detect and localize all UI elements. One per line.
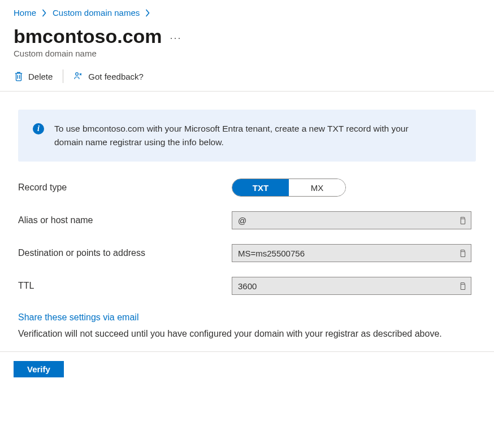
svg-point-0	[76, 73, 79, 76]
destination-value: MS=ms25500756	[232, 249, 454, 258]
copy-alias-button[interactable]	[454, 212, 471, 229]
more-actions-button[interactable]: ···	[170, 29, 182, 44]
alias-field: @	[232, 211, 471, 229]
verify-button[interactable]: Verify	[14, 361, 64, 377]
copy-destination-button[interactable]	[454, 245, 471, 262]
footer-divider	[0, 351, 494, 352]
command-bar: Delete Got feedback?	[14, 69, 480, 91]
ttl-field: 3600	[232, 277, 471, 295]
chevron-right-icon	[145, 9, 150, 17]
share-settings-link[interactable]: Share these settings via email	[18, 311, 138, 325]
ttl-label: TTL	[18, 281, 232, 291]
record-type-mx-option[interactable]: MX	[289, 179, 345, 196]
page-title: bmcontoso.com	[14, 25, 162, 47]
breadcrumb-home[interactable]: Home	[14, 8, 36, 18]
info-banner: i To use bmcontoso.com with your Microso…	[18, 110, 476, 162]
copy-icon	[458, 216, 467, 225]
page-subtitle: Custom domain name	[14, 49, 480, 58]
feedback-label: Got feedback?	[88, 72, 144, 81]
verification-note-text: Verification will not succeed until you …	[18, 329, 442, 338]
alias-value: @	[232, 216, 454, 225]
copy-icon	[458, 249, 467, 258]
record-type-txt-option[interactable]: TXT	[232, 179, 289, 196]
feedback-button[interactable]: Got feedback?	[73, 71, 144, 81]
info-banner-text: To use bmcontoso.com with your Microsoft…	[54, 122, 416, 149]
svg-rect-2	[461, 251, 465, 256]
delete-label: Delete	[28, 72, 53, 81]
chevron-right-icon	[42, 9, 47, 17]
breadcrumb-custom-domain-names[interactable]: Custom domain names	[53, 8, 140, 18]
destination-label: Destination or points to address	[18, 248, 232, 258]
copy-ttl-button[interactable]	[454, 277, 471, 294]
toolbar-separator	[63, 69, 63, 83]
alias-label: Alias or host name	[18, 215, 232, 225]
copy-icon	[458, 282, 467, 290]
record-type-label: Record type	[18, 182, 232, 193]
record-type-toggle: TXT MX	[232, 179, 346, 197]
svg-rect-1	[461, 219, 465, 224]
info-icon: i	[33, 123, 44, 134]
trash-icon	[14, 71, 24, 81]
feedback-icon	[73, 71, 84, 81]
breadcrumb: Home Custom domain names	[14, 8, 480, 18]
delete-button[interactable]: Delete	[14, 71, 53, 81]
ttl-value: 3600	[232, 281, 454, 291]
svg-rect-3	[461, 284, 465, 289]
toolbar-divider	[0, 91, 494, 92]
destination-field: MS=ms25500756	[232, 244, 471, 262]
